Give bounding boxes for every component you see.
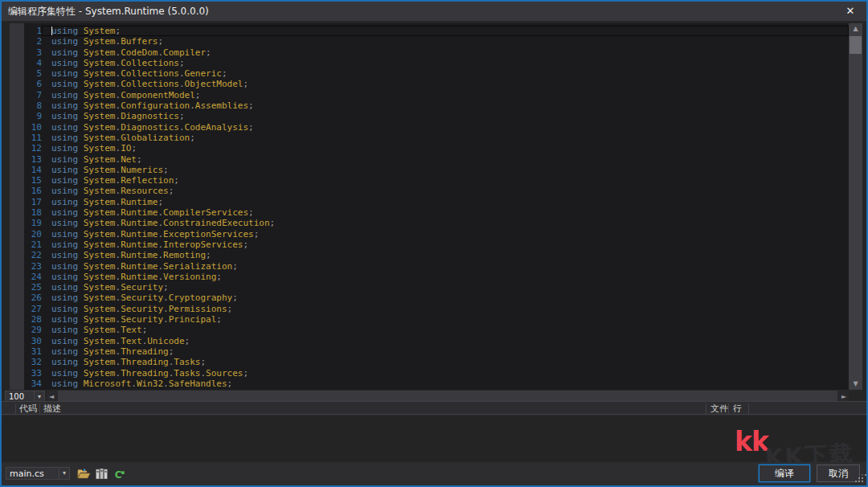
- code-line[interactable]: 29using System.Text;: [24, 325, 849, 335]
- line-number: 8: [24, 100, 42, 111]
- code-line[interactable]: 21using System.Runtime.InteropServices;: [24, 239, 849, 250]
- code-line[interactable]: 34using Microsoft.Win32.SafeHandles;: [24, 379, 849, 389]
- line-number: 13: [24, 154, 42, 165]
- code-line[interactable]: 5using System.Collections.Generic;: [24, 68, 849, 79]
- breakpoint-margin[interactable]: [10, 23, 24, 390]
- gac-icon: C▪: [115, 468, 125, 480]
- chevron-down-icon: ▾: [59, 468, 69, 479]
- code-line[interactable]: 18using System.Runtime.CompilerServices;: [24, 207, 849, 218]
- code-line[interactable]: 24using System.Runtime.Versioning;: [24, 272, 849, 282]
- close-icon: ✕: [846, 5, 855, 17]
- file-select[interactable]: main.cs ▾: [6, 467, 70, 480]
- column-divider: [39, 403, 40, 414]
- line-number: 22: [24, 250, 42, 260]
- open-folder-icon: [77, 468, 91, 480]
- code-line[interactable]: 10using System.Diagnostics.CodeAnalysis;: [24, 122, 849, 133]
- column-header-description[interactable]: 描述: [43, 403, 61, 415]
- code-line[interactable]: 32using System.Threading.Tasks;: [24, 357, 849, 367]
- scroll-up-icon[interactable]: ▲: [849, 23, 862, 35]
- line-number: 5: [24, 68, 42, 79]
- line-number: 6: [24, 79, 42, 89]
- add-gac-reference-button[interactable]: C▪: [112, 465, 128, 481]
- resize-grip[interactable]: [855, 474, 865, 484]
- code-line[interactable]: 2using System.Buffers;: [24, 36, 849, 47]
- line-number: 19: [24, 218, 42, 228]
- line-number: 28: [24, 314, 42, 325]
- file-select-value: main.cs: [6, 468, 59, 479]
- code-line[interactable]: 9using System.Diagnostics;: [24, 111, 849, 121]
- code-lines[interactable]: 1using System;2using System.Buffers;3usi…: [24, 26, 849, 389]
- code-line[interactable]: 27using System.Security.Permissions;: [24, 304, 849, 314]
- code-editor: 1using System;2using System.Buffers;3usi…: [2, 21, 866, 401]
- bottom-toolbar: main.cs ▾ C▪ 编译 取消: [2, 462, 866, 485]
- line-number: 20: [24, 229, 42, 239]
- line-number: 2: [24, 36, 42, 47]
- line-number: 14: [24, 165, 42, 175]
- line-number: 33: [24, 368, 42, 379]
- code-line[interactable]: 30using System.Text.Unicode;: [24, 336, 849, 346]
- column-header-file[interactable]: 文件: [710, 403, 728, 415]
- code-line[interactable]: 7using System.ComponentModel;: [24, 90, 849, 100]
- open-file-button[interactable]: [76, 465, 92, 481]
- line-number: 4: [24, 58, 42, 68]
- line-number: 34: [24, 379, 42, 389]
- line-number: 17: [24, 197, 42, 207]
- line-number: 12: [24, 143, 42, 153]
- line-number: 15: [24, 175, 42, 186]
- line-number: 23: [24, 261, 42, 272]
- code-line[interactable]: 23using System.Runtime.Serialization;: [24, 261, 849, 272]
- code-line[interactable]: 28using System.Security.Principal;: [24, 314, 849, 325]
- code-line[interactable]: 17using System.Runtime;: [24, 197, 849, 207]
- vertical-scrollbar-thumb[interactable]: [850, 36, 862, 54]
- code-line[interactable]: 20using System.Runtime.ExceptionServices…: [24, 229, 849, 239]
- column-divider: [706, 403, 706, 414]
- line-number: 16: [24, 186, 42, 196]
- line-number: 29: [24, 325, 42, 335]
- column-header-code[interactable]: 代码: [19, 403, 37, 415]
- code-line[interactable]: 11using System.Globalization;: [24, 133, 849, 143]
- vertical-scrollbar[interactable]: ▲ ▼: [849, 23, 862, 390]
- kk-logo: kk: [735, 426, 768, 457]
- line-number: 9: [24, 111, 42, 121]
- code-line[interactable]: 12using System.IO;: [24, 143, 849, 153]
- add-assembly-reference-button[interactable]: [94, 465, 110, 481]
- code-line[interactable]: 6using System.Collections.ObjectModel;: [24, 79, 849, 89]
- line-number: 7: [24, 90, 42, 100]
- line-number: 3: [24, 47, 42, 58]
- line-number: 24: [24, 272, 42, 282]
- code-line[interactable]: 19using System.Runtime.ConstrainedExecut…: [24, 218, 849, 228]
- close-button[interactable]: ✕: [837, 2, 863, 21]
- line-number: 11: [24, 133, 42, 143]
- edit-assembly-attributes-dialog: 编辑程序集特性 - System.Runtime (5.0.0.0) ✕ 1us…: [0, 0, 868, 487]
- code-line[interactable]: 8using System.Configuration.Assemblies;: [24, 100, 849, 111]
- line-number: 32: [24, 357, 42, 367]
- code-line[interactable]: 14using System.Numerics;: [24, 165, 849, 175]
- window-title: 编辑程序集特性 - System.Runtime (5.0.0.0): [8, 6, 209, 17]
- code-line[interactable]: 26using System.Security.Cryptography;: [24, 293, 849, 303]
- code-line[interactable]: 16using System.Resources;: [24, 186, 849, 196]
- title-bar[interactable]: 编辑程序集特性 - System.Runtime (5.0.0.0) ✕: [2, 2, 866, 21]
- code-line[interactable]: 13using System.Net;: [24, 154, 849, 165]
- cancel-button[interactable]: 取消: [817, 464, 860, 482]
- line-number: 31: [24, 346, 42, 357]
- column-header-line[interactable]: 行: [733, 403, 742, 415]
- code-line[interactable]: 3using System.CodeDom.Compiler;: [24, 47, 849, 58]
- code-line[interactable]: 33using System.Threading.Tasks.Sources;: [24, 368, 849, 379]
- code-line[interactable]: 4using System.Collections;: [24, 58, 849, 68]
- scroll-down-icon[interactable]: ▼: [849, 379, 862, 390]
- code-line[interactable]: 31using System.Threading;: [24, 346, 849, 357]
- line-number: 1: [24, 26, 42, 36]
- column-divider: [748, 403, 749, 414]
- code-line[interactable]: 15using System.Reflection;: [24, 175, 849, 186]
- line-number: 27: [24, 304, 42, 314]
- code-line[interactable]: 1using System;: [24, 26, 849, 36]
- error-list-header: 代码 描述 文件 行: [2, 401, 866, 415]
- code-line[interactable]: 25using System.Security;: [24, 282, 849, 293]
- library-books-icon: [96, 469, 108, 479]
- code-line[interactable]: 22using System.Runtime.Remoting;: [24, 250, 849, 260]
- compile-button[interactable]: 编译: [759, 464, 810, 482]
- line-number: 26: [24, 293, 42, 303]
- line-number: 10: [24, 122, 42, 133]
- line-number: 30: [24, 336, 42, 346]
- line-number: 25: [24, 282, 42, 293]
